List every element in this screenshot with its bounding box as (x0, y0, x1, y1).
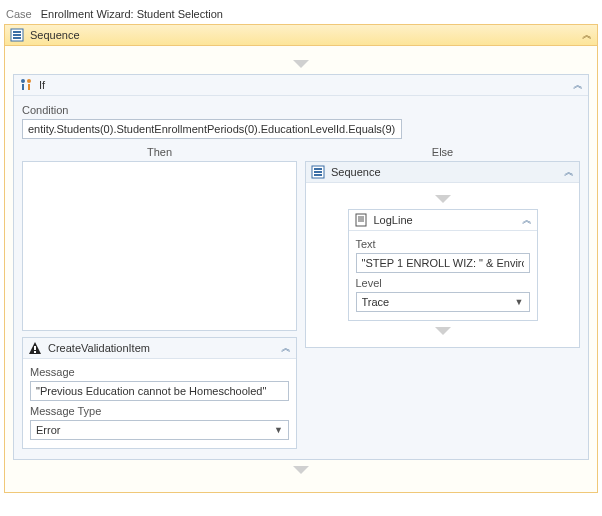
collapse-toggle[interactable]: ︽ (522, 213, 532, 227)
svg-rect-15 (356, 214, 366, 226)
sequence-title: Sequence (30, 29, 80, 41)
drop-indicator-top[interactable] (13, 54, 589, 74)
then-drop-panel[interactable] (22, 161, 297, 331)
svg-rect-7 (28, 84, 30, 90)
svg-rect-1 (13, 31, 21, 33)
else-column: Else Sequence ︽ (305, 143, 580, 449)
cvi-body: Message Message Type Error ▼ (23, 359, 296, 448)
cvi-message-label: Message (30, 366, 289, 378)
svg-rect-2 (13, 34, 21, 36)
else-sequence-body: LogLine ︽ Text Level (306, 183, 579, 347)
svg-rect-6 (22, 84, 24, 90)
sequence-body: If ︽ Condition Then (5, 46, 597, 492)
then-label: Then (22, 143, 297, 161)
sequence-activity[interactable]: Sequence ︽ If ︽ Condition Then (4, 24, 598, 493)
svg-rect-13 (314, 171, 322, 173)
cvi-header[interactable]: CreateValidationItem ︽ (23, 338, 296, 359)
svg-point-4 (21, 79, 25, 83)
case-title: Enrollment Wizard: Student Selection (41, 8, 223, 20)
svg-rect-9 (34, 346, 36, 350)
else-label: Else (305, 143, 580, 161)
svg-rect-10 (34, 351, 36, 353)
warning-icon (28, 341, 42, 355)
else-sequence-header[interactable]: Sequence ︽ (306, 162, 579, 183)
collapse-toggle[interactable]: ︽ (573, 78, 583, 92)
else-sequence-activity[interactable]: Sequence ︽ LogL (305, 161, 580, 348)
cvi-type-select[interactable]: Error (30, 420, 289, 440)
log-icon (354, 213, 368, 227)
logline-text-input[interactable] (356, 253, 530, 273)
drop-indicator[interactable] (312, 321, 573, 341)
logline-header[interactable]: LogLine ︽ (349, 210, 537, 231)
collapse-toggle[interactable]: ︽ (281, 341, 291, 355)
logline-body: Text Level Trace ▼ (349, 231, 537, 320)
then-column: Then CreateValidationItem ︽ (22, 143, 297, 449)
svg-rect-3 (13, 37, 21, 39)
case-keyword: Case (6, 8, 32, 20)
sequence-header[interactable]: Sequence ︽ (5, 25, 597, 46)
logline-title: LogLine (374, 214, 413, 226)
create-validation-item-activity[interactable]: CreateValidationItem ︽ Message Message T… (22, 337, 297, 449)
logline-level-label: Level (356, 277, 530, 289)
collapse-toggle[interactable]: ︽ (582, 28, 592, 42)
svg-rect-12 (314, 168, 322, 170)
drop-indicator-bottom[interactable] (13, 460, 589, 480)
collapse-toggle[interactable]: ︽ (564, 165, 574, 179)
svg-point-5 (27, 79, 31, 83)
if-header[interactable]: If ︽ (14, 75, 588, 96)
cvi-message-input[interactable] (30, 381, 289, 401)
condition-input[interactable] (22, 119, 402, 139)
sequence-icon (10, 28, 24, 42)
if-icon (19, 78, 33, 92)
cvi-type-label: Message Type (30, 405, 289, 417)
drop-indicator[interactable] (312, 189, 573, 209)
if-body: Condition Then CreateValidationItem (14, 96, 588, 459)
if-title: If (39, 79, 45, 91)
else-sequence-title: Sequence (331, 166, 381, 178)
if-activity[interactable]: If ︽ Condition Then (13, 74, 589, 460)
condition-label: Condition (22, 104, 580, 116)
logline-level-select[interactable]: Trace (356, 292, 530, 312)
logline-activity[interactable]: LogLine ︽ Text Level (348, 209, 538, 321)
logline-text-label: Text (356, 238, 530, 250)
case-title-bar: Case Enrollment Wizard: Student Selectio… (4, 4, 598, 24)
cvi-title: CreateValidationItem (48, 342, 150, 354)
sequence-icon (311, 165, 325, 179)
svg-rect-14 (314, 174, 322, 176)
